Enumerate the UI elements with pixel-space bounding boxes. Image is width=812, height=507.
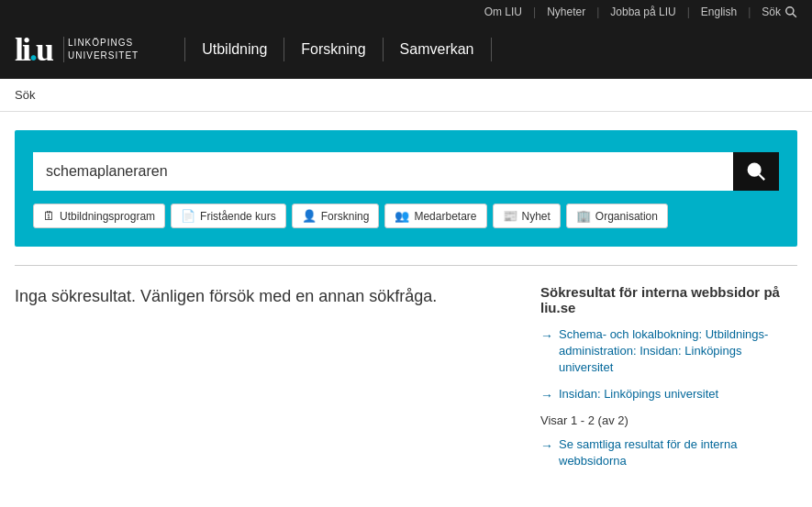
divider-1: | — [533, 6, 536, 18]
svg-point-2 — [749, 164, 761, 176]
top-bar: Om LIU | Nyheter | Jobba på LIU | Englis… — [0, 0, 812, 24]
nav-forskning[interactable]: Forskning — [284, 38, 383, 61]
top-search-icon — [784, 6, 797, 18]
search-input[interactable] — [33, 152, 733, 191]
svg-line-1 — [793, 14, 796, 17]
sidebar-title: Sökresultat för interna webbsidor på liu… — [540, 284, 797, 315]
university-name: LINKÖPINGS UNIVERSITET — [63, 37, 139, 62]
filter-medarbetare[interactable]: 👥 Medarbetare — [384, 204, 486, 228]
nyheter-link[interactable]: Nyheter — [547, 6, 585, 18]
breadcrumb-label: Sök — [15, 88, 35, 102]
divider-3: | — [687, 6, 690, 18]
top-search[interactable]: Sök — [762, 6, 797, 18]
filter-forskning[interactable]: 👤 Forskning — [292, 204, 380, 228]
om-liu-link[interactable]: Om LIU — [484, 6, 522, 18]
result-link-2[interactable]: → Insidan: Linköpings universitet — [540, 386, 797, 405]
arrow-icon-1: → — [540, 327, 553, 346]
search-button[interactable] — [733, 152, 779, 191]
person-icon: 👤 — [302, 209, 317, 223]
divider-4: | — [748, 6, 751, 18]
nav-utbildning[interactable]: Utbildning — [184, 38, 284, 61]
showing-text: Visar 1 - 2 (av 2) — [540, 413, 797, 427]
see-all-arrow-icon: → — [540, 437, 553, 456]
filter-tabs: 🗓 Utbildningsprogram 📄 Fristående kurs 👤… — [33, 204, 779, 228]
see-all-link[interactable]: → Se samtliga resultat för de interna we… — [540, 436, 797, 469]
calendar-icon: 🗓 — [43, 209, 55, 223]
search-box-row — [33, 152, 779, 191]
nav-samverkan[interactable]: Samverkan — [384, 38, 492, 61]
filter-nyhet[interactable]: 📰 Nyhet — [493, 204, 561, 228]
right-panel: Sökresultat för interna webbsidor på liu… — [540, 284, 797, 470]
main-content: Inga sökresultat. Vänligen försök med en… — [0, 284, 812, 470]
logo: li.u — [15, 33, 52, 66]
result-link-1[interactable]: → Schema- och lokalbokning: Utbildnings-… — [540, 326, 797, 377]
top-search-label: Sök — [762, 6, 781, 18]
header: li.u LINKÖPINGS UNIVERSITET Utbildning F… — [0, 24, 812, 79]
main-nav: Utbildning Forskning Samverkan — [184, 38, 491, 61]
jobba-link[interactable]: Jobba på LIU — [610, 6, 675, 18]
logo-area[interactable]: li.u LINKÖPINGS UNIVERSITET — [15, 33, 139, 66]
search-section: 🗓 Utbildningsprogram 📄 Fristående kurs 👤… — [15, 130, 797, 247]
document-icon: 📄 — [181, 209, 195, 223]
group-icon: 👥 — [395, 209, 409, 223]
search-icon — [746, 161, 766, 182]
breadcrumb: Sök — [0, 79, 812, 112]
news-icon: 📰 — [503, 209, 517, 223]
no-results-message: Inga sökresultat. Vänligen försök med en… — [15, 284, 513, 309]
filter-fristaende-kurs[interactable]: 📄 Fristående kurs — [171, 204, 286, 228]
org-icon: 🏢 — [576, 209, 591, 223]
content-divider — [15, 265, 797, 266]
english-link[interactable]: English — [701, 6, 737, 18]
filter-utbildningsprogram[interactable]: 🗓 Utbildningsprogram — [33, 204, 165, 228]
svg-point-0 — [786, 7, 794, 15]
filter-organisation[interactable]: 🏢 Organisation — [566, 204, 668, 228]
left-panel: Inga sökresultat. Vänligen försök med en… — [15, 284, 513, 470]
arrow-icon-2: → — [540, 387, 553, 405]
divider-2: | — [596, 6, 599, 18]
svg-line-3 — [759, 174, 764, 180]
